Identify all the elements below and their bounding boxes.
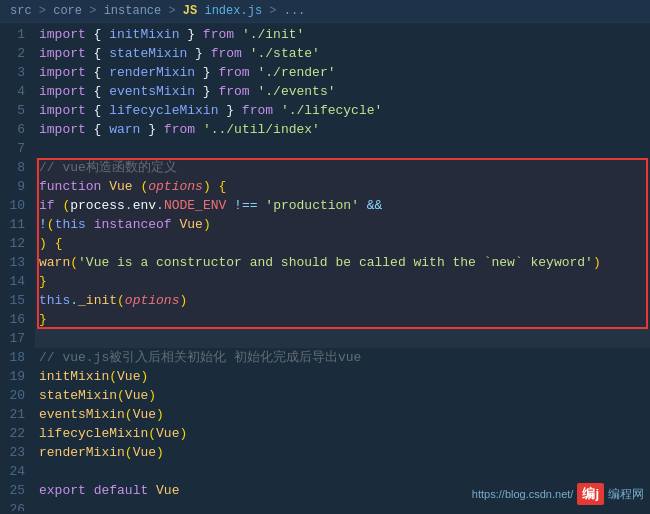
code-line: } — [35, 272, 650, 291]
line-number: 17 — [8, 329, 25, 348]
code-line: this._init(options) — [35, 291, 650, 310]
code-line: // vue构造函数的定义 — [35, 158, 650, 177]
line-number: 20 — [8, 386, 25, 405]
code-line: import { stateMixin } from './state' — [35, 44, 650, 63]
line-number: 3 — [8, 63, 25, 82]
breadcrumb: src > core > instance > JS index.js > ..… — [10, 4, 305, 18]
code-lines: import { initMixin } from './init'import… — [35, 23, 650, 511]
line-number: 8 — [8, 158, 25, 177]
line-number: 23 — [8, 443, 25, 462]
code-line: import { eventsMixin } from './events' — [35, 82, 650, 101]
line-number: 7 — [8, 139, 25, 158]
code-line: initMixin(Vue) — [35, 367, 650, 386]
watermark: https://blog.csdn.net/ 编j 编程网 — [472, 483, 644, 505]
line-number: 4 — [8, 82, 25, 101]
line-number: 2 — [8, 44, 25, 63]
line-numbers: 1234567891011121314151617181920212223242… — [0, 23, 35, 511]
code-line: } — [35, 310, 650, 329]
line-number: 24 — [8, 462, 25, 481]
line-number: 18 — [8, 348, 25, 367]
code-line: ) { — [35, 234, 650, 253]
code-line: import { warn } from '../util/index' — [35, 120, 650, 139]
breadcrumb-bar: src > core > instance > JS index.js > ..… — [0, 0, 650, 23]
code-line: function Vue (options) { — [35, 177, 650, 196]
line-number: 13 — [8, 253, 25, 272]
code-line: import { initMixin } from './init' — [35, 25, 650, 44]
line-number: 16 — [8, 310, 25, 329]
code-line: import { lifecycleMixin } from './lifecy… — [35, 101, 650, 120]
code-container: 1234567891011121314151617181920212223242… — [0, 23, 650, 511]
line-number: 5 — [8, 101, 25, 120]
code-line: stateMixin(Vue) — [35, 386, 650, 405]
line-number: 12 — [8, 234, 25, 253]
code-line — [35, 462, 650, 481]
line-number: 6 — [8, 120, 25, 139]
line-number: 1 — [8, 25, 25, 44]
line-number: 10 — [8, 196, 25, 215]
code-line — [35, 139, 650, 158]
watermark-site: https://blog.csdn.net/ — [472, 488, 574, 500]
line-number: 15 — [8, 291, 25, 310]
line-number: 14 — [8, 272, 25, 291]
line-number: 22 — [8, 424, 25, 443]
code-line: // vue.js被引入后相关初始化 初始化完成后导出vue — [35, 348, 650, 367]
code-line: lifecycleMixin(Vue) — [35, 424, 650, 443]
line-number: 21 — [8, 405, 25, 424]
watermark-brand: 编程网 — [608, 486, 644, 503]
code-line: eventsMixin(Vue) — [35, 405, 650, 424]
code-line: warn('Vue is a constructor and should be… — [35, 253, 650, 272]
watermark-logo: 编j — [577, 483, 604, 505]
code-line: renderMixin(Vue) — [35, 443, 650, 462]
line-number: 9 — [8, 177, 25, 196]
code-line: if (process.env.NODE_ENV !== 'production… — [35, 196, 650, 215]
code-line — [35, 329, 650, 348]
line-number: 26 — [8, 500, 25, 511]
line-number: 19 — [8, 367, 25, 386]
line-number: 11 — [8, 215, 25, 234]
code-line: import { renderMixin } from './render' — [35, 63, 650, 82]
code-line: !(this instanceof Vue) — [35, 215, 650, 234]
line-number: 25 — [8, 481, 25, 500]
